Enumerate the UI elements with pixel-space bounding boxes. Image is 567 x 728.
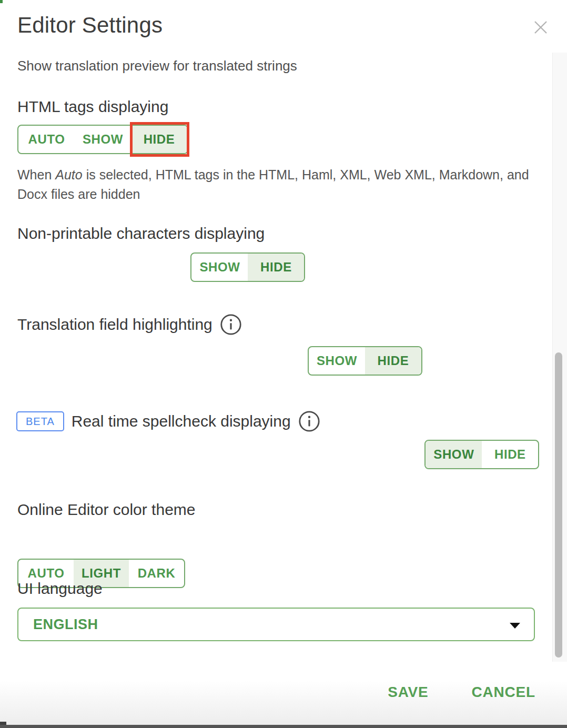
modal-footer: SAVE CANCEL [0,662,567,725]
help-text-emphasis: Auto [55,167,82,182]
html-tags-option-hide[interactable]: HIDE [131,126,187,153]
html-tags-label: HTML tags displaying [17,96,168,117]
info-icon[interactable] [220,314,242,336]
html-tags-option-auto[interactable]: AUTO [18,126,75,153]
scrollbar-track[interactable] [552,53,567,662]
non-printable-option-show[interactable]: SHOW [191,254,248,281]
non-printable-label: Non-printable characters displaying [17,223,265,244]
field-highlighting-row: Translation field highlighting [17,314,242,336]
chevron-down-icon [510,623,520,629]
info-icon[interactable] [298,410,320,432]
color-theme-label: Online Editor color theme [17,499,196,520]
help-text-part: When [17,167,55,182]
scrollbar-thumb[interactable] [555,352,562,658]
background-page-fragment [0,0,3,3]
non-printable-option-hide[interactable]: HIDE [248,254,304,281]
html-tags-option-show[interactable]: SHOW [75,126,131,153]
color-theme-option-dark[interactable]: DARK [129,560,184,587]
spellcheck-label: Real time spellcheck displaying [72,411,291,432]
spellcheck-toggle-group: SHOW HIDE [424,440,539,469]
cancel-button[interactable]: CANCEL [472,684,535,701]
html-tags-toggle-group: AUTO SHOW HIDE [17,125,188,154]
beta-badge: BETA [16,411,64,431]
spellcheck-option-show[interactable]: SHOW [426,441,482,468]
spellcheck-row: BETA Real time spellcheck displaying [16,410,320,432]
field-highlighting-toggle-group: SHOW HIDE [308,346,422,376]
html-tags-help-text: When Auto is selected, HTML tags in the … [17,165,538,204]
help-text-part: is selected, HTML tags in the HTML, Haml… [17,167,529,201]
close-button[interactable] [529,17,552,40]
save-button[interactable]: SAVE [388,684,428,701]
close-icon [531,18,550,39]
field-highlighting-option-show[interactable]: SHOW [309,347,365,375]
window-bottom-edge [0,725,567,728]
spellcheck-option-hide[interactable]: HIDE [482,441,538,468]
translation-preview-note: Show translation preview for translated … [17,57,297,75]
ui-language-select[interactable]: ENGLISH [17,608,535,641]
field-highlighting-label: Translation field highlighting [17,314,212,335]
page-title: Editor Settings [17,12,163,39]
field-highlighting-option-hide[interactable]: HIDE [365,347,421,375]
non-printable-toggle-group: SHOW HIDE [190,252,305,282]
ui-language-value: ENGLISH [33,616,98,633]
ui-language-label: UI language [17,578,103,599]
